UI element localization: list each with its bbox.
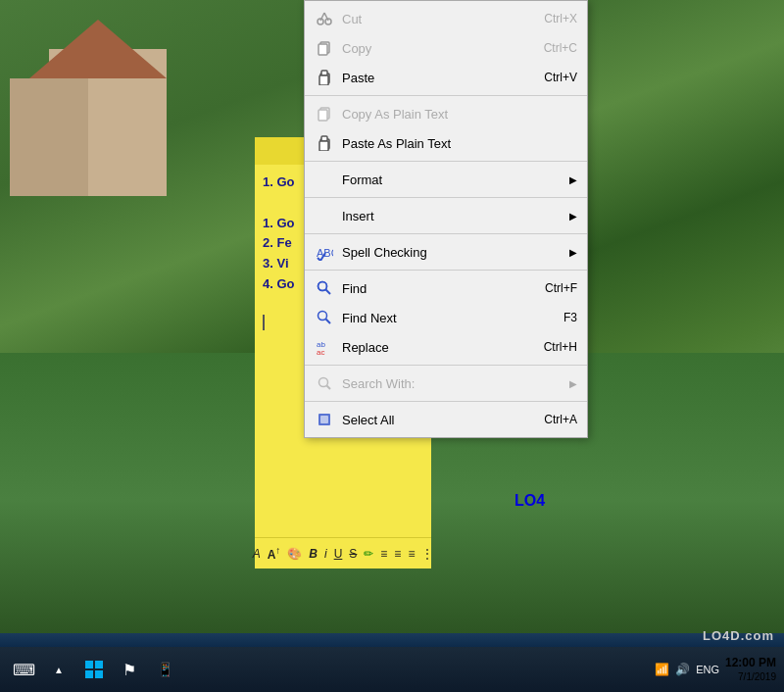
toolbar-strikethrough[interactable]: S [347,546,359,562]
taskbar-system-icons: 📶 🔊 ENG 12:00 PM 7/1/2019 [655,656,776,684]
insert-arrow: ▶ [569,211,577,222]
windows-start-button[interactable] [78,654,110,685]
menu-item-replace[interactable]: abac Replace Ctrl+H [305,332,587,362]
svg-rect-8 [319,75,328,85]
find-next-label: Find Next [342,311,556,325]
spell-arrow: ▶ [569,247,577,258]
cut-icon [315,9,334,28]
menu-item-cut[interactable]: Cut Ctrl+X [305,4,587,33]
svg-rect-13 [319,141,328,151]
flag-icon[interactable]: ⚑ [114,654,145,685]
toolbar-bold[interactable]: B [307,546,319,562]
paste-icon [315,68,334,87]
toolbar-font-a-up[interactable]: A↑ [266,544,283,563]
menu-item-find[interactable]: Find Ctrl+F [305,273,587,303]
spell-icon: ABC [315,242,334,262]
caret-icon[interactable]: ▲ [43,654,74,685]
copy-label: Copy [342,41,536,56]
svg-line-23 [327,386,331,390]
format-icon [315,170,334,189]
paste-shortcut: Ctrl+V [544,71,577,84]
context-menu: Cut Ctrl+X Copy Ctrl+C Paste Ctrl+V Copy… [304,0,588,438]
taskbar-left-area: ⌨ ▲ ⚑ 📱 [8,654,180,685]
copy-shortcut: Ctrl+C [544,41,577,55]
copy-icon [315,38,334,58]
lo4-label: LO4 [514,492,545,510]
svg-line-16 [326,290,331,295]
toolbar-underline[interactable]: U [332,546,345,562]
find-next-icon [315,308,334,327]
separator-6 [305,365,587,366]
keyboard-icon[interactable]: ⌨ [8,654,39,685]
replace-shortcut: Ctrl+H [544,340,577,354]
separator-3 [305,197,587,198]
find-next-shortcut: F3 [564,311,577,324]
svg-rect-26 [85,661,93,668]
select-all-label: Select All [342,413,536,427]
svg-rect-10 [318,110,327,121]
separator-1 [305,95,587,96]
svg-text:ac: ac [317,348,324,356]
find-shortcut: Ctrl+F [545,281,577,295]
paste-plain-icon [315,133,334,153]
taskbar: ⌨ ▲ ⚑ 📱 📶 🔊 ENG 12:00 PM 7/1/2019 [0,647,784,692]
svg-rect-29 [95,670,103,678]
taskbar-clock: 12:00 PM [725,656,776,671]
copy-plain-icon [315,104,334,124]
insert-label: Insert [342,209,558,223]
search-with-arrow: ▶ [569,378,577,389]
menu-item-insert[interactable]: Insert ▶ [305,201,587,230]
format-label: Format [342,173,558,187]
format-arrow: ▶ [569,174,577,185]
svg-rect-25 [320,416,328,423]
toolbar-align-right[interactable]: ≡ [406,546,416,562]
menu-item-select-all[interactable]: Select All Ctrl+A [305,405,587,434]
sticky-note-toolbar: A A↑ 🎨 B i U S ✏ ≡ ≡ ≡ ⋮ [255,537,431,568]
search-with-label: Search With: [342,376,558,391]
volume-icon[interactable]: 🔊 [675,663,690,676]
menu-item-paste-plain[interactable]: Paste As Plain Text [305,128,587,158]
separator-5 [305,270,587,271]
menu-item-format[interactable]: Format ▶ [305,165,587,194]
insert-icon [315,206,334,225]
select-all-shortcut: Ctrl+A [544,413,577,426]
replace-label: Replace [342,340,536,355]
toolbar-align-center[interactable]: ≡ [392,546,403,562]
svg-point-17 [318,282,327,291]
svg-rect-27 [95,661,103,668]
separator-4 [305,233,587,234]
menu-item-find-next[interactable]: Find Next F3 [305,303,587,332]
menu-item-copy[interactable]: Copy Ctrl+C [305,33,587,63]
phone-icon[interactable]: 📱 [149,654,180,685]
svg-rect-5 [318,44,327,55]
svg-point-22 [319,378,328,387]
signal-icon[interactable]: 📶 [655,663,669,676]
svg-line-19 [326,320,331,324]
taskbar-clock-area[interactable]: 12:00 PM 7/1/2019 [725,656,776,684]
spell-label: Spell Checking [342,245,558,260]
menu-item-search-with[interactable]: Search With: ▶ [305,369,587,398]
find-icon [315,278,334,298]
menu-item-paste[interactable]: Paste Ctrl+V [305,63,587,92]
toolbar-list[interactable]: ⋮ [419,546,435,562]
toolbar-font-a[interactable]: A [251,546,263,562]
search-with-icon [315,373,334,393]
menu-item-spell[interactable]: ABC Spell Checking ▶ [305,237,587,267]
toolbar-color[interactable]: 🎨 [285,546,304,562]
text-cursor [263,315,265,330]
menu-item-copy-plain[interactable]: Copy As Plain Text [305,99,587,128]
toolbar-align-left[interactable]: ≡ [378,546,389,562]
copy-plain-label: Copy As Plain Text [342,107,577,122]
separator-7 [305,401,587,402]
cut-shortcut: Ctrl+X [544,12,577,25]
bottom-strip [0,633,784,647]
find-label: Find [342,281,537,296]
eng-label[interactable]: ENG [696,664,719,675]
toolbar-highlight[interactable]: ✏ [362,546,375,562]
taskbar-date: 7/1/2019 [725,670,776,683]
toolbar-italic[interactable]: i [322,546,329,562]
select-all-icon [315,410,334,429]
svg-rect-28 [85,670,93,678]
replace-icon: abac [315,337,334,357]
paste-plain-label: Paste As Plain Text [342,136,577,151]
